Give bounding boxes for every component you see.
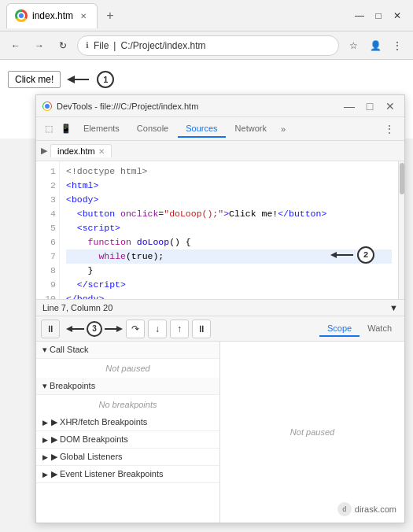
devtools-close-button[interactable]: ✕: [382, 98, 398, 114]
annotation-3: 3: [87, 321, 102, 337]
deactivate-button[interactable]: ⏸: [192, 320, 211, 338]
tab-scope[interactable]: Scope: [319, 321, 360, 337]
left-panel: ▾ Call Stack Not paused ▾ Breakpoints No…: [36, 342, 220, 523]
call-stack-label: ▾ Call Stack: [42, 345, 89, 355]
breakpoints-section[interactable]: ▾ Breakpoints: [36, 378, 219, 395]
tab-console[interactable]: Console: [129, 120, 176, 138]
source-file-header: ▶ index.htm ✕: [36, 141, 404, 161]
annotation-2-container: 2: [330, 246, 374, 264]
xhr-expand-arrow: ▶: [42, 419, 48, 427]
cursor-position: Line 7, Column 20: [42, 303, 112, 312]
maximize-button[interactable]: □: [369, 6, 388, 25]
code-line-11: </script>: [66, 278, 392, 292]
line-numbers: 12345 678910 111213: [36, 161, 60, 299]
watermark-text: dirask.com: [355, 504, 396, 514]
devtools-tab-bar: ⬚ 📱 Elements Console Sources Network » ⋮: [36, 117, 404, 141]
account-button[interactable]: 👤: [366, 36, 385, 55]
browser-tab[interactable]: index.htm ✕: [6, 3, 98, 28]
code-line-1: <!doctype html>: [66, 164, 392, 179]
address-protocol: File: [94, 40, 109, 51]
call-stack-section[interactable]: ▾ Call Stack: [36, 342, 219, 359]
browser-titlebar: index.htm ✕ + — □ ✕: [0, 0, 413, 31]
tab-sources[interactable]: Sources: [178, 120, 225, 138]
code-line-12: </body>: [66, 292, 392, 299]
source-sidebar-toggle[interactable]: ▶: [41, 146, 47, 156]
annotation-2: 2: [357, 246, 374, 264]
dom-breakpoints-label: ▶ DOM Breakpoints: [51, 434, 128, 445]
annotation-arrow-3-left: [66, 326, 85, 332]
step-out-button[interactable]: ↑: [170, 320, 189, 338]
global-listeners-label: ▶ Global Listeners: [51, 452, 123, 462]
status-icon[interactable]: ▼: [389, 303, 398, 312]
devtools-maximize-button[interactable]: □: [362, 98, 378, 114]
tab-title: index.htm: [32, 10, 73, 21]
tab-close-button[interactable]: ✕: [78, 10, 89, 21]
dom-expand-arrow: ▶: [42, 436, 48, 444]
devtools-minimize-button[interactable]: —: [341, 98, 357, 114]
devtools-panel: DevTools - file:///C:/Project/index.htm …: [35, 94, 405, 523]
annotation-1: 1: [97, 71, 114, 88]
bottom-panel: ▾ Call Stack Not paused ▾ Breakpoints No…: [36, 342, 404, 523]
scrollbar-thumb: [400, 163, 404, 194]
status-bar: Line 7, Column 20 ▼: [36, 299, 404, 316]
bookmark-button[interactable]: ☆: [344, 36, 363, 55]
tab-watch[interactable]: Watch: [360, 321, 400, 337]
devtools-more-tabs[interactable]: »: [276, 121, 290, 137]
global-listeners-section[interactable]: ▶ ▶ Global Listeners: [36, 449, 219, 466]
address-url: C:/Project/index.htm: [120, 40, 205, 51]
event-listeners-section[interactable]: ▶ ▶ Event Listener Breakpoints: [36, 466, 219, 483]
code-line-2: <html>: [66, 179, 392, 193]
devtools-window-controls: — □ ✕: [341, 98, 398, 114]
step-into-button[interactable]: ↓: [148, 320, 167, 338]
code-line-3: <body>: [66, 193, 392, 207]
new-tab-button[interactable]: +: [101, 6, 120, 25]
code-area: 12345 678910 111213 <!doctype html> <htm…: [36, 161, 404, 299]
call-stack-not-paused: Not paused: [36, 359, 219, 378]
breakpoints-label: ▾ Breakpoints: [42, 381, 95, 391]
address-info-icon: ℹ: [86, 41, 89, 50]
annotation-arrow-3-right: [104, 326, 123, 332]
tab-elements[interactable]: Elements: [76, 120, 127, 138]
dom-breakpoints-section[interactable]: ▶ ▶ DOM Breakpoints: [36, 431, 219, 449]
code-line-4: <button onclick="doLoop();">Click me!</b…: [66, 207, 392, 221]
forward-button[interactable]: →: [30, 36, 49, 55]
minimize-button[interactable]: —: [350, 6, 369, 25]
pause-button[interactable]: ⏸: [41, 320, 60, 338]
devtools-settings-icon[interactable]: ⋮: [379, 120, 400, 139]
source-file-close[interactable]: ✕: [98, 147, 105, 156]
annotation-3-container: 3: [66, 321, 123, 337]
nav-actions: ☆ 👤 ⋮: [344, 36, 407, 55]
refresh-button[interactable]: ↻: [53, 36, 72, 55]
xhr-breakpoints-label: ▶ XHR/fetch Breakpoints: [51, 417, 147, 427]
tab-network[interactable]: Network: [227, 120, 275, 138]
right-panel: Not paused: [220, 342, 404, 523]
annotation-arrow-2: [330, 252, 354, 258]
devtools-inspect-icon[interactable]: ⬚: [41, 121, 57, 137]
watermark: d dirask.com: [337, 502, 396, 516]
menu-button[interactable]: ⋮: [388, 36, 407, 55]
source-file-tab[interactable]: index.htm ✕: [50, 144, 112, 157]
scope-not-paused: Not paused: [290, 427, 334, 437]
event-expand-arrow: ▶: [42, 471, 48, 478]
code-content: <!doctype html> <html> <body> <button on…: [60, 161, 398, 299]
global-expand-arrow: ▶: [42, 453, 48, 461]
close-window-button[interactable]: ✕: [388, 6, 407, 25]
browser-window: index.htm ✕ + — □ ✕ ← → ↻ ℹ File | C:/Pr…: [0, 0, 413, 532]
devtools-title: DevTools - file:///C:/Project/index.htm: [57, 102, 337, 111]
no-breakpoints-text: No breakpoints: [36, 395, 219, 414]
step-over-button[interactable]: ↷: [126, 320, 145, 338]
back-button[interactable]: ←: [6, 36, 25, 55]
click-me-button[interactable]: Click me!: [8, 71, 61, 88]
devtools-device-icon[interactable]: 📱: [58, 121, 74, 137]
watermark-icon: d: [337, 502, 352, 516]
source-file-name: index.htm: [57, 146, 95, 156]
devtools-favicon-icon: [42, 102, 52, 111]
xhr-breakpoints-section[interactable]: ▶ ▶ XHR/fetch Breakpoints: [36, 414, 219, 431]
code-scrollbar[interactable]: [398, 161, 404, 299]
annotation-arrow-1: [67, 76, 90, 83]
scope-watch-tabs: Scope Watch: [319, 321, 400, 337]
address-bar[interactable]: ℹ File | C:/Project/index.htm: [77, 35, 339, 56]
code-line-9: }: [66, 264, 392, 278]
address-separator: |: [113, 40, 116, 51]
code-line-5: <script>: [66, 221, 392, 235]
